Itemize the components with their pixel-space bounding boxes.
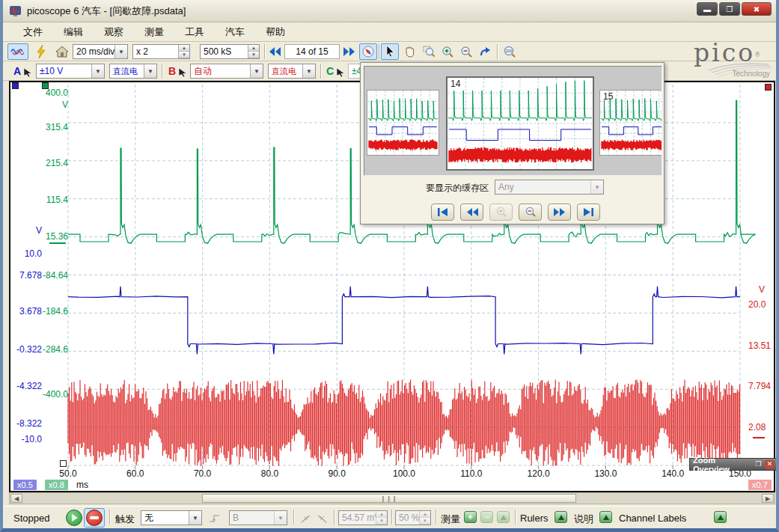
zoom-in-icon bbox=[442, 46, 453, 58]
channel-a-range-select[interactable]: ±10 V▼ bbox=[36, 64, 105, 79]
channel-c-label: C bbox=[326, 65, 334, 77]
trigger-level-stepper[interactable]: 54.57 mV▲▼ bbox=[338, 510, 388, 525]
samples-stepper[interactable]: 500 kS ▲▼ bbox=[200, 44, 260, 59]
menu-item-5[interactable]: 汽车 bbox=[216, 23, 254, 41]
waveform-view-button[interactable] bbox=[7, 43, 28, 60]
auto-setup-button[interactable] bbox=[31, 43, 51, 60]
last-icon bbox=[582, 207, 595, 217]
x-axis-tick-label: 110.0 bbox=[455, 468, 488, 479]
probe-arrow-icon[interactable] bbox=[23, 67, 33, 77]
buffer-thumbnail-current[interactable]: 14 bbox=[446, 76, 594, 171]
buffer-zoom-in-button[interactable] bbox=[489, 204, 513, 221]
triangle-icon bbox=[558, 515, 564, 520]
chevron-down-icon: ▼ bbox=[250, 64, 263, 78]
buffer-next-button[interactable] bbox=[341, 43, 358, 60]
channel-a-coupling-select[interactable]: 直流电▼ bbox=[109, 64, 157, 79]
blue-axis-label: -0.322 bbox=[6, 344, 42, 355]
timebase-select[interactable]: 20 ms/div ▼ bbox=[73, 44, 128, 59]
buffer-number: 15 bbox=[603, 91, 613, 102]
horizontal-scrollbar[interactable]: ◀ ❙❙❙ ▶ bbox=[9, 492, 775, 504]
first-icon bbox=[436, 207, 449, 217]
buffer-navigator-button[interactable] bbox=[359, 43, 377, 60]
pointer-tool-button[interactable] bbox=[381, 43, 399, 60]
scrollbar-thumb[interactable]: ❙❙❙ bbox=[202, 494, 576, 503]
buffer-thumbnail-next[interactable]: 15 bbox=[599, 90, 662, 156]
home-button[interactable] bbox=[52, 43, 72, 60]
probe-arrow-icon[interactable] bbox=[178, 67, 188, 77]
zoom-in-button[interactable] bbox=[439, 43, 456, 60]
falling-edge-marker-button[interactable] bbox=[314, 510, 330, 527]
remove-measurement-button[interactable]: − bbox=[480, 511, 493, 523]
buffer-previous-button[interactable] bbox=[266, 43, 283, 60]
buffer-first-button[interactable] bbox=[431, 204, 454, 221]
buffer-filter-select[interactable]: Any ▼ bbox=[495, 180, 604, 195]
channel-a-label: A bbox=[13, 65, 21, 77]
pan-tool-button[interactable] bbox=[400, 43, 418, 60]
chevron-down-icon: ▼ bbox=[590, 180, 603, 194]
pretrigger-stepper[interactable]: 50 %▲▼ bbox=[395, 510, 431, 525]
undo-zoom-button[interactable] bbox=[476, 43, 494, 60]
compass-icon bbox=[362, 46, 374, 58]
menu-item-4[interactable]: 工具 bbox=[175, 23, 214, 41]
trigger-edge-button[interactable] bbox=[206, 510, 224, 527]
capture-state: Stopped bbox=[13, 513, 49, 524]
blue-axis-label: 10.0 bbox=[6, 248, 42, 259]
rulers-label: Rulers bbox=[520, 513, 549, 524]
stop-button[interactable] bbox=[84, 508, 105, 528]
zoom-overview-titlebar[interactable]: Zoom Overview ❐ ✕ bbox=[689, 458, 777, 471]
red-axis-label: 20.0 bbox=[748, 299, 775, 310]
channel-b-coupling-select[interactable]: 直流电▼ bbox=[268, 64, 316, 79]
stepper-arrows-icon: ▲▼ bbox=[248, 45, 259, 58]
probe-arrow-icon[interactable] bbox=[336, 67, 346, 77]
close-icon[interactable]: ✕ bbox=[765, 460, 775, 469]
channel-c-axis-handle[interactable] bbox=[765, 84, 772, 91]
float-window-icon[interactable]: ❐ bbox=[754, 460, 763, 469]
menu-item-0[interactable]: 文件 bbox=[13, 23, 52, 41]
triangle-icon bbox=[501, 515, 507, 520]
red-axis-label: 13.51 bbox=[748, 340, 775, 351]
buffer-last-button[interactable] bbox=[577, 204, 600, 221]
status-bar: Stopped 触发 无▼ B▼ 54.57 mV▲▼ bbox=[3, 506, 776, 528]
close-button[interactable]: ✖ bbox=[742, 2, 772, 16]
edit-measurement-button[interactable] bbox=[497, 511, 510, 523]
buffer-next-button[interactable] bbox=[548, 204, 571, 221]
channel-labels-toggle-button[interactable] bbox=[714, 511, 727, 523]
green-axis-label: 400.0 bbox=[22, 88, 68, 98]
trigger-mode-select[interactable]: 无▼ bbox=[141, 510, 202, 525]
zoom-100-button[interactable]: 100 bbox=[500, 43, 519, 60]
menu-item-3[interactable]: 测量 bbox=[135, 23, 174, 41]
channel-b-range-select[interactable]: 自动▼ bbox=[190, 64, 263, 79]
menu-item-1[interactable]: 编辑 bbox=[54, 23, 93, 41]
zoom-badge-blue[interactable]: x0.5 bbox=[13, 480, 37, 490]
add-measurement-button[interactable]: + bbox=[464, 511, 477, 523]
buffer-thumbnail-previous[interactable] bbox=[367, 90, 439, 156]
menu-item-2[interactable]: 观察 bbox=[94, 23, 133, 41]
start-button[interactable] bbox=[66, 510, 82, 526]
buffer-prev-button[interactable] bbox=[460, 204, 483, 221]
rulers-toggle-button[interactable] bbox=[555, 511, 567, 523]
channel-a-axis-handle[interactable] bbox=[42, 82, 49, 89]
scroll-left-button[interactable]: ◀ bbox=[10, 494, 22, 503]
zoom-badge-green[interactable]: x0.8 bbox=[45, 480, 68, 490]
rising-edge-icon bbox=[209, 513, 221, 524]
scroll-right-button[interactable]: ▶ bbox=[762, 494, 774, 503]
notes-toggle-button[interactable] bbox=[599, 511, 612, 523]
trigger-source-select[interactable]: B▼ bbox=[229, 510, 287, 525]
zoom-overview-title: Zoom Overview bbox=[690, 456, 754, 474]
buffer-position-field[interactable]: 14 of 15 bbox=[284, 44, 340, 59]
zoom-factor-stepper[interactable]: x 2 ▲▼ bbox=[132, 44, 190, 59]
buffer-zoom-out-button[interactable] bbox=[519, 204, 542, 221]
x-axis-tick-label: 60.0 bbox=[119, 468, 152, 479]
channel-b-axis-handle[interactable] bbox=[12, 82, 19, 89]
maximize-button[interactable]: ❒ bbox=[719, 2, 740, 16]
marquee-zoom-button[interactable] bbox=[420, 43, 437, 60]
zoom-badge-red[interactable]: x0.7 bbox=[748, 480, 772, 490]
zoom-out-button[interactable] bbox=[457, 43, 474, 60]
green-axis-label: 215.4 bbox=[22, 158, 68, 168]
minimize-button[interactable]: ▬ bbox=[697, 2, 718, 16]
x-axis-tick-label: 70.0 bbox=[186, 468, 219, 479]
rising-edge-marker-button[interactable] bbox=[298, 510, 314, 527]
time-ruler-handle[interactable] bbox=[60, 460, 67, 467]
buffer-thumbnail-strip: 14 15 bbox=[364, 66, 662, 176]
menu-item-6[interactable]: 帮助 bbox=[256, 23, 295, 41]
